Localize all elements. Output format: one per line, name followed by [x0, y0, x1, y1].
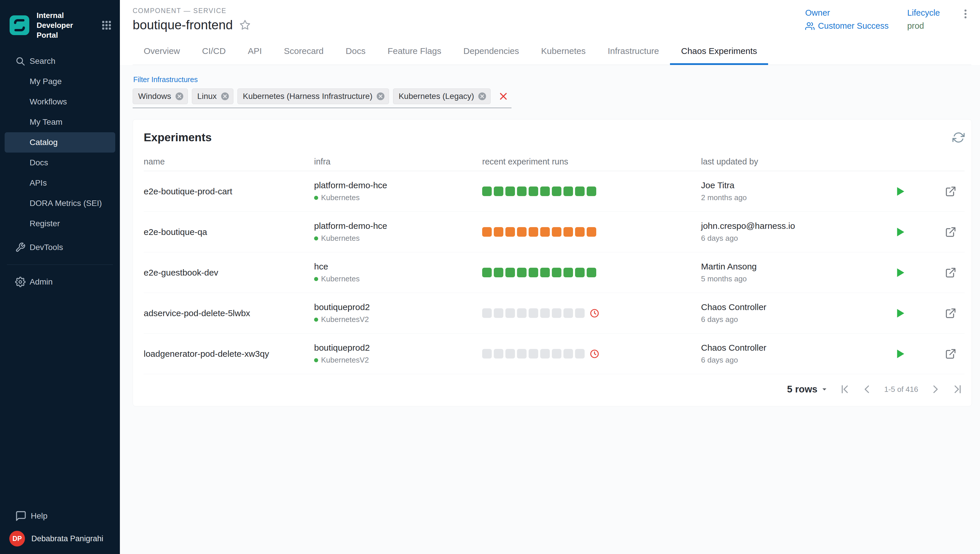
experiment-name[interactable]: e2e-boutique-qa — [144, 227, 314, 237]
run-square[interactable] — [482, 308, 492, 318]
filter-chip-windows[interactable]: Windows — [132, 89, 188, 104]
chip-close-icon[interactable] — [220, 92, 230, 101]
run-square[interactable] — [494, 349, 503, 358]
run-square[interactable] — [482, 268, 492, 277]
sidebar-item-workflows[interactable]: Workflows — [5, 92, 115, 112]
run-square[interactable] — [505, 227, 515, 237]
sidebar-item-search[interactable]: Search — [5, 51, 115, 72]
run-square[interactable] — [552, 308, 562, 318]
tab-overview[interactable]: Overview — [132, 38, 191, 65]
sidebar-item-devtools[interactable]: DevTools — [5, 237, 115, 258]
help-button[interactable]: Help — [5, 506, 115, 526]
experiment-name[interactable]: loadgenerator-pod-delete-xw3qy — [144, 349, 314, 359]
run-experiment-button[interactable] — [893, 347, 907, 361]
run-square[interactable] — [575, 349, 585, 358]
run-square[interactable] — [575, 186, 585, 196]
run-square[interactable] — [528, 227, 538, 237]
run-square[interactable] — [563, 268, 573, 277]
run-square[interactable] — [494, 186, 503, 196]
tab-scorecard[interactable]: Scorecard — [273, 38, 335, 65]
run-experiment-button[interactable] — [893, 266, 907, 279]
tab-ci-cd[interactable]: CI/CD — [191, 38, 237, 65]
run-square[interactable] — [528, 308, 538, 318]
open-experiment-icon[interactable] — [945, 307, 956, 319]
last-page-button[interactable] — [951, 383, 964, 395]
sidebar-item-my-page[interactable]: My Page — [5, 72, 115, 92]
run-square[interactable] — [517, 268, 527, 277]
run-square[interactable] — [540, 308, 550, 318]
experiment-name[interactable]: adservice-pod-delete-5lwbx — [144, 308, 314, 318]
run-square[interactable] — [575, 227, 585, 237]
run-square[interactable] — [563, 186, 573, 196]
sidebar-item-catalog[interactable]: Catalog — [5, 132, 115, 153]
run-square[interactable] — [505, 308, 515, 318]
chip-close-icon[interactable] — [477, 92, 487, 101]
run-experiment-button[interactable] — [893, 307, 907, 320]
tab-feature-flags[interactable]: Feature Flags — [377, 38, 452, 65]
run-square[interactable] — [482, 227, 492, 237]
prev-page-button[interactable] — [861, 383, 873, 395]
run-square[interactable] — [517, 308, 527, 318]
run-square[interactable] — [563, 349, 573, 358]
refresh-icon[interactable] — [953, 131, 965, 143]
run-square[interactable] — [587, 186, 596, 196]
run-experiment-button[interactable] — [893, 225, 907, 239]
sidebar-item-apis[interactable]: APIs — [5, 173, 115, 193]
run-square[interactable] — [494, 268, 503, 277]
owner-value[interactable]: Customer Success — [805, 21, 889, 31]
tab-dependencies[interactable]: Dependencies — [452, 38, 530, 65]
clear-filters-icon[interactable] — [498, 91, 509, 102]
run-square[interactable] — [563, 227, 573, 237]
sidebar-item-my-team[interactable]: My Team — [5, 112, 115, 132]
open-experiment-icon[interactable] — [945, 267, 956, 279]
kebab-menu-icon[interactable] — [960, 8, 971, 20]
run-square[interactable] — [482, 349, 492, 358]
run-square[interactable] — [552, 349, 562, 358]
apps-grid-icon[interactable] — [101, 19, 112, 31]
run-square[interactable] — [575, 308, 585, 318]
run-square[interactable] — [540, 268, 550, 277]
filter-input[interactable]: WindowsLinuxKubernetes (Harness Infrastr… — [132, 89, 511, 108]
rows-per-page-select[interactable]: 5 rows — [787, 384, 829, 395]
tab-docs[interactable]: Docs — [335, 38, 377, 65]
run-square[interactable] — [517, 349, 527, 358]
run-square[interactable] — [540, 349, 550, 358]
first-page-button[interactable] — [839, 383, 851, 395]
sidebar-item-register[interactable]: Register — [5, 213, 115, 234]
open-experiment-icon[interactable] — [945, 226, 956, 238]
tab-kubernetes[interactable]: Kubernetes — [530, 38, 597, 65]
run-square[interactable] — [552, 268, 562, 277]
next-page-button[interactable] — [929, 383, 942, 395]
tab-api[interactable]: API — [237, 38, 273, 65]
run-square[interactable] — [494, 227, 503, 237]
sidebar-item-dora-metrics-sei[interactable]: DORA Metrics (SEI) — [5, 193, 115, 213]
run-square[interactable] — [528, 186, 538, 196]
sidebar-item-admin[interactable]: Admin — [5, 272, 115, 292]
sidebar-item-docs[interactable]: Docs — [5, 153, 115, 173]
run-square[interactable] — [505, 268, 515, 277]
run-square[interactable] — [552, 227, 562, 237]
run-square[interactable] — [587, 268, 596, 277]
open-experiment-icon[interactable] — [945, 348, 956, 360]
run-square[interactable] — [587, 227, 596, 237]
run-square[interactable] — [517, 186, 527, 196]
user-profile[interactable]: DP Debabrata Panigrahi — [0, 526, 120, 546]
run-square[interactable] — [528, 349, 538, 358]
tab-infrastructure[interactable]: Infrastructure — [597, 38, 670, 65]
run-square[interactable] — [540, 186, 550, 196]
experiment-name[interactable]: e2e-boutique-prod-cart — [144, 186, 314, 196]
run-square[interactable] — [494, 308, 503, 318]
run-square[interactable] — [552, 186, 562, 196]
experiment-name[interactable]: e2e-guestbook-dev — [144, 268, 314, 278]
run-square[interactable] — [575, 268, 585, 277]
filter-chip-linux[interactable]: Linux — [192, 89, 233, 104]
run-square[interactable] — [528, 268, 538, 277]
filter-chip-kubernetes-legacy[interactable]: Kubernetes (Legacy) — [393, 89, 491, 104]
chip-close-icon[interactable] — [376, 92, 385, 101]
run-square[interactable] — [482, 186, 492, 196]
run-square[interactable] — [505, 186, 515, 196]
chip-close-icon[interactable] — [175, 92, 184, 101]
run-experiment-button[interactable] — [893, 185, 907, 198]
run-square[interactable] — [540, 227, 550, 237]
open-experiment-icon[interactable] — [945, 186, 956, 197]
